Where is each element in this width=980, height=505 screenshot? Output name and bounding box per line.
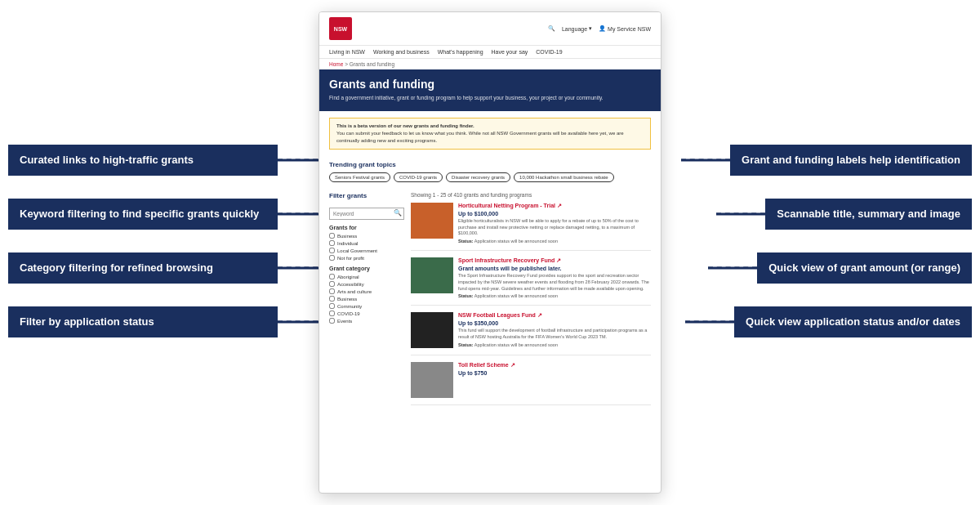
filter-sidebar: Filter grants 🔍 Grants for BusinessIndiv… xyxy=(329,192,411,494)
hero-section: Grants and funding Find a government ini… xyxy=(319,69,661,111)
grants-for-label-item: Business xyxy=(337,234,357,239)
annotation-keyword-filtering: Keyword filtering to find specific grant… xyxy=(8,199,278,230)
trending-title: Trending grant topics xyxy=(329,161,651,168)
grant-amount: Up to $350,000 xyxy=(458,320,651,326)
grants-for-checkbox[interactable] xyxy=(329,233,335,239)
grant-category-label-item: Arts and culture xyxy=(337,289,372,294)
grant-category-label-item: Community xyxy=(337,304,362,309)
grant-category-checkbox[interactable] xyxy=(329,281,335,287)
main-content: Filter grants 🔍 Grants for BusinessIndiv… xyxy=(319,187,661,494)
grant-category-checkbox[interactable] xyxy=(329,318,335,324)
grant-category-options: AboriginalAccessibilityArts and cultureB… xyxy=(329,274,404,324)
breadcrumb-home[interactable]: Home xyxy=(329,61,343,67)
grant-title[interactable]: Horticultural Netting Program - Trial ↗ xyxy=(458,203,651,209)
grant-description: Eligible horticulturalists in NSW will b… xyxy=(458,218,651,237)
grants-for-item: Individual xyxy=(329,240,404,246)
grant-category-checkbox[interactable] xyxy=(329,303,335,309)
left-annotations: Curated links to high-traffic grants Key… xyxy=(0,0,278,505)
grants-for-label: Grants for xyxy=(329,225,404,230)
grant-title[interactable]: NSW Football Leagues Fund ↗ xyxy=(458,312,651,319)
grant-category-label-item: Business xyxy=(337,297,357,302)
results-count: Showing 1 - 25 of 410 grants and funding… xyxy=(411,192,651,198)
grant-category-checkbox[interactable] xyxy=(329,288,335,294)
signin-link[interactable]: 👤 My Service NSW xyxy=(599,25,651,32)
trending-tag[interactable]: Seniors Festival grants xyxy=(329,172,390,182)
language-selector[interactable]: Language ▾ xyxy=(562,25,592,32)
page-wrapper: Curated links to high-traffic grants Key… xyxy=(0,0,980,505)
beta-notice-text: This is a beta version of our new grants… xyxy=(336,123,474,128)
grant-amount: Up to $750 xyxy=(458,370,651,376)
header-right: 🔍 Language ▾ 👤 My Service NSW xyxy=(548,25,651,32)
grant-info: Toll Relief Scheme ↗Up to $750 xyxy=(458,362,651,398)
grants-list: Showing 1 - 25 of 410 grants and funding… xyxy=(411,192,651,494)
grant-status: Status: Application status will be annou… xyxy=(458,342,651,347)
grants-for-options: BusinessIndividualLocal GovernmentNot fo… xyxy=(329,233,404,261)
nsw-header: NSW 🔍 Language ▾ 👤 My Service NSW xyxy=(319,12,661,46)
nav-working-business[interactable]: Working and business xyxy=(373,49,430,55)
beta-notice: This is a beta version of our new grants… xyxy=(329,118,651,150)
grant-category-label-item: COVID-19 xyxy=(337,311,360,316)
annotation-quick-amount: Quick view of grant amount (or range) xyxy=(757,252,972,284)
grants-for-label-item: Individual xyxy=(337,241,358,246)
grant-category-label-item: Events xyxy=(337,319,352,324)
grants-for-item: Not for profit xyxy=(329,255,404,261)
grant-category-checkbox[interactable] xyxy=(329,296,335,302)
grant-category-checkbox[interactable] xyxy=(329,311,335,316)
hero-title: Grants and funding xyxy=(329,78,651,91)
grant-category-item: Arts and culture xyxy=(329,288,404,294)
annotation-status-filtering: Filter by application status xyxy=(8,306,278,337)
grant-info: Horticultural Netting Program - Trial ↗U… xyxy=(458,203,651,244)
grants-for-checkbox[interactable] xyxy=(329,248,335,253)
grant-title[interactable]: Sport Infrastructure Recovery Fund ↗ xyxy=(458,257,651,264)
grants-for-item: Local Government xyxy=(329,248,404,253)
grant-image xyxy=(411,203,453,239)
grant-amount: Grant amounts will be published later. xyxy=(458,266,651,271)
nsw-logo-inner: NSW xyxy=(329,17,352,40)
grant-title[interactable]: Toll Relief Scheme ↗ xyxy=(458,362,651,369)
grant-image xyxy=(411,257,453,293)
breadcrumb-current: Grants and funding xyxy=(350,61,394,67)
annotation-curated-links: Curated links to high-traffic grants xyxy=(8,145,278,176)
right-annotations: Grant and funding labels help identifica… xyxy=(686,0,980,505)
grant-category-item: Accessibility xyxy=(329,281,404,287)
grant-item: Toll Relief Scheme ↗Up to $750 xyxy=(411,362,651,405)
browser-mockup: NSW 🔍 Language ▾ 👤 My Service NSW Living… xyxy=(318,11,662,494)
search-icon[interactable]: 🔍 xyxy=(548,25,555,32)
grant-category-item: Business xyxy=(329,296,404,302)
grant-category-label-item: Accessibility xyxy=(337,282,364,287)
filter-title: Filter grants xyxy=(329,192,404,199)
annotation-grant-labels: Grant and funding labels help identifica… xyxy=(730,145,972,176)
trending-section: Trending grant topics Seniors Festival g… xyxy=(319,156,661,187)
keyword-search-icon: 🔍 xyxy=(394,208,402,216)
nav-covid[interactable]: COVID-19 xyxy=(536,49,562,55)
nsw-logo: NSW xyxy=(329,17,352,40)
grant-item: Horticultural Netting Program - Trial ↗U… xyxy=(411,203,651,251)
grant-category-item: Aboriginal xyxy=(329,274,404,279)
grant-category-label-item: Aboriginal xyxy=(337,275,359,279)
nav-living-nsw[interactable]: Living in NSW xyxy=(329,49,365,55)
grant-item: Sport Infrastructure Recovery Fund ↗Gran… xyxy=(411,257,651,306)
grant-item: NSW Football Leagues Fund ↗Up to $350,00… xyxy=(411,312,651,355)
breadcrumb: Home > Grants and funding xyxy=(319,59,661,69)
grant-status: Status: Application status will be annou… xyxy=(458,239,651,244)
trending-tag[interactable]: COVID-19 grants xyxy=(394,172,443,182)
trending-tag[interactable]: Disaster recovery grants xyxy=(446,172,510,182)
grants-for-label-item: Not for profit xyxy=(337,256,364,261)
trending-tag[interactable]: 10,000 Hackathon small business rebate xyxy=(514,172,613,182)
keyword-input-wrap: 🔍 xyxy=(329,204,404,220)
grant-image xyxy=(411,362,453,398)
nav-have-your-say[interactable]: Have your say xyxy=(492,49,528,55)
nav-bar: Living in NSW Working and business What'… xyxy=(319,46,661,59)
grant-category-item: Community xyxy=(329,303,404,309)
annotation-category-filtering: Category filtering for refined browsing xyxy=(8,252,278,284)
hero-description: Find a government initiative, grant or f… xyxy=(329,94,651,101)
grants-for-checkbox[interactable] xyxy=(329,255,335,261)
beta-notice-subtext: You can submit your feedback to let us k… xyxy=(336,130,644,145)
nav-whats-happening[interactable]: What's happening xyxy=(438,49,483,55)
grant-info: NSW Football Leagues Fund ↗Up to $350,00… xyxy=(458,312,651,348)
grant-category-item: COVID-19 xyxy=(329,311,404,316)
grants-for-checkbox[interactable] xyxy=(329,240,335,246)
grants-for-label-item: Local Government xyxy=(337,248,377,253)
grant-info: Sport Infrastructure Recovery Fund ↗Gran… xyxy=(458,257,651,298)
grant-category-checkbox[interactable] xyxy=(329,274,335,279)
